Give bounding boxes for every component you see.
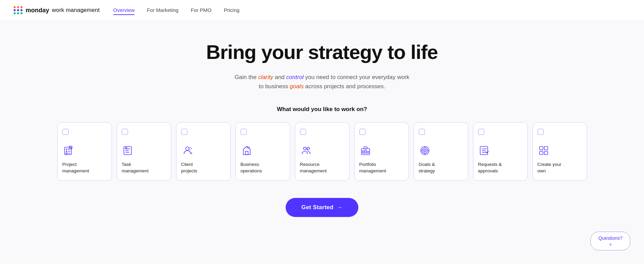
card-checkbox-project-management[interactable] — [62, 129, 69, 135]
card-task-management[interactable]: Task management — [117, 122, 171, 181]
control-word: control — [286, 74, 304, 80]
card-label-resource-management: Resource management — [300, 161, 327, 174]
nav-link-pricing[interactable]: Pricing — [224, 7, 240, 14]
logo-dot — [14, 9, 16, 11]
questions-label: Questions? — [598, 235, 622, 241]
card-label-task-management: Task management — [122, 161, 149, 174]
svg-rect-27 — [367, 151, 369, 153]
clarity-word: clarity — [258, 74, 273, 80]
logo[interactable]: monday work management — [14, 6, 100, 14]
card-label-requests-approvals: Requests & approvals — [478, 161, 502, 174]
project-icon — [62, 144, 75, 157]
card-business-operations[interactable]: Business operations — [235, 122, 290, 181]
hero-subtext: Gain the clarity and control you need to… — [234, 73, 409, 91]
goals-icon — [419, 144, 431, 157]
card-label-portfolio-management: Portfolio management — [359, 161, 386, 174]
task-icon — [122, 144, 134, 157]
logo-dot-grid — [14, 6, 23, 14]
svg-point-31 — [424, 150, 425, 151]
nav-item-pricing[interactable]: Pricing — [224, 7, 240, 13]
svg-point-8 — [70, 147, 71, 148]
nav-link-for-pmo[interactable]: For PMO — [191, 7, 212, 14]
card-checkbox-portfolio-management[interactable] — [359, 129, 366, 135]
arrow-icon: → — [337, 204, 343, 211]
create-icon — [538, 144, 550, 157]
svg-rect-42 — [540, 151, 543, 155]
card-checkbox-resource-management[interactable] — [300, 129, 306, 135]
svg-rect-13 — [125, 147, 127, 149]
nav-link-overview[interactable]: Overview — [113, 7, 135, 15]
card-label-client-projects: Client projects — [181, 161, 197, 174]
nav-links: OverviewFor MarketingFor PMOPricing — [113, 7, 240, 13]
logo-suffix: work management — [52, 7, 100, 14]
svg-point-14 — [186, 147, 189, 150]
card-goals-strategy[interactable]: Goals & strategy — [414, 122, 468, 181]
requests-icon — [478, 144, 490, 157]
resource-icon — [300, 144, 312, 157]
svg-line-18 — [243, 146, 247, 149]
goals-word: goals — [290, 83, 304, 90]
card-checkbox-client-projects[interactable] — [181, 129, 187, 135]
chevron-down-icon: ∨ — [609, 242, 612, 247]
questions-button[interactable]: Questions? ∨ — [590, 232, 630, 250]
logo-dot — [20, 12, 23, 14]
work-label: What would you like to work on? — [277, 106, 367, 113]
navbar: monday work management OverviewFor Marke… — [0, 0, 644, 21]
card-checkbox-task-management[interactable] — [122, 129, 128, 135]
logo-dot — [14, 12, 16, 14]
portfolio-icon — [359, 144, 372, 157]
business-icon — [241, 144, 253, 157]
card-label-project-management: Project management — [62, 161, 89, 174]
svg-rect-43 — [544, 151, 548, 155]
card-checkbox-goals-strategy[interactable] — [419, 129, 425, 135]
nav-item-for-pmo[interactable]: For PMO — [191, 7, 212, 13]
svg-point-1 — [66, 149, 67, 150]
logo-dot — [17, 12, 19, 14]
card-checkbox-business-operations[interactable] — [241, 129, 247, 135]
logo-dot — [20, 6, 23, 8]
card-resource-management[interactable]: Resource management — [295, 122, 349, 181]
card-requests-approvals[interactable]: Requests & approvals — [473, 122, 528, 181]
svg-point-3 — [66, 151, 67, 152]
svg-rect-25 — [362, 151, 364, 153]
card-checkbox-requests-approvals[interactable] — [478, 129, 484, 135]
card-client-projects[interactable]: Client projects — [176, 122, 231, 181]
card-create-your-own[interactable]: Create your own — [532, 122, 587, 181]
logo-dot — [17, 6, 19, 8]
logo-brand: monday — [26, 7, 49, 14]
card-label-business-operations: Business operations — [241, 161, 262, 174]
svg-rect-40 — [540, 146, 543, 150]
card-checkbox-create-your-own[interactable] — [538, 129, 544, 135]
logo-dot — [20, 9, 23, 11]
cards-row: Project managementTask managementClient … — [32, 122, 612, 181]
logo-dot — [14, 6, 16, 8]
page-headline: Bring your strategy to life — [206, 41, 438, 63]
nav-link-for-marketing[interactable]: For Marketing — [147, 7, 178, 14]
logo-dot — [17, 9, 19, 11]
nav-item-for-marketing[interactable]: For Marketing — [147, 7, 178, 13]
get-started-button[interactable]: Get Started → — [286, 198, 358, 217]
client-icon — [181, 144, 194, 157]
card-label-goals-strategy: Goals & strategy — [419, 161, 435, 174]
svg-rect-17 — [245, 151, 248, 155]
cta-row: Get Started → — [14, 198, 630, 217]
svg-rect-41 — [544, 146, 548, 150]
card-project-management[interactable]: Project management — [57, 122, 112, 181]
svg-rect-26 — [365, 150, 366, 153]
card-portfolio-management[interactable]: Portfolio management — [354, 122, 409, 181]
card-label-create-your-own: Create your own — [538, 161, 562, 174]
svg-point-5 — [66, 153, 67, 154]
get-started-label: Get Started — [301, 204, 333, 211]
nav-item-overview[interactable]: Overview — [113, 7, 135, 13]
svg-point-21 — [303, 147, 306, 150]
main-content: Bring your strategy to life Gain the cla… — [0, 21, 644, 237]
